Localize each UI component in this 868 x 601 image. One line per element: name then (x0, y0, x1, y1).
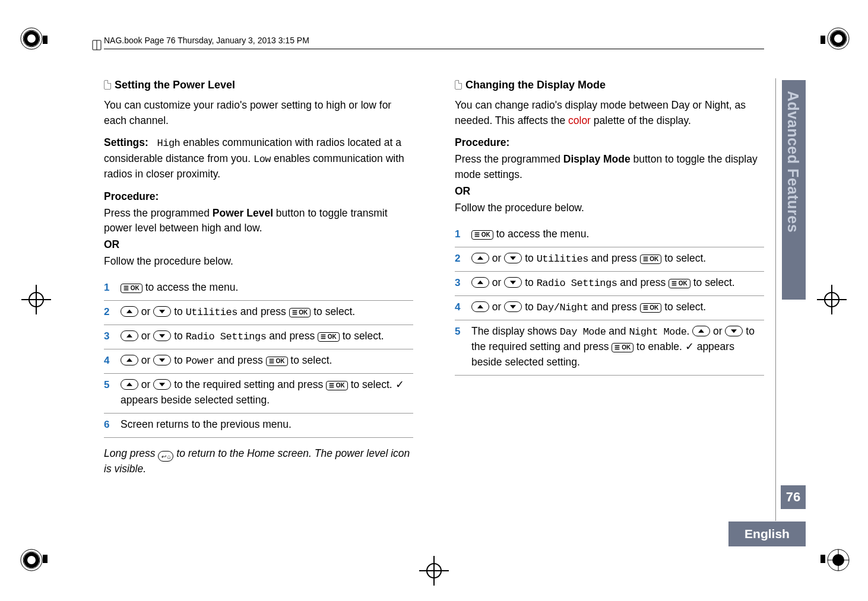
step-body: ☰ OK to access the menu. (471, 227, 764, 242)
page-number: 76 (781, 485, 806, 509)
right-step-5: 5 The display shows Day Mode and Night M… (455, 320, 764, 376)
menu-ok-key-icon: ☰ OK (318, 332, 340, 342)
t: to select. (311, 306, 355, 317)
down-arrow-key-icon (504, 301, 522, 312)
svg-rect-4 (821, 36, 825, 44)
step-body: The display shows Day Mode and Night Mod… (471, 324, 764, 370)
t: and (606, 325, 629, 337)
registration-mark-top-right (816, 24, 851, 56)
back-home-key-icon: ↩ ⌂ (158, 451, 173, 462)
step-body: or to Radio Settings and press ☰ OK to s… (471, 275, 764, 291)
right-title-row: Changing the Display Mode (455, 77, 764, 93)
t: to the required setting and press (171, 379, 326, 390)
down-arrow-key-icon (504, 277, 522, 288)
step-num: 1 (455, 227, 463, 241)
page: NAG.book Page 76 Thursday, January 3, 20… (0, 0, 868, 601)
note-pre: Long press (104, 447, 158, 459)
page-icon (455, 80, 462, 90)
t: appears beside selected setting. (121, 394, 270, 406)
settings-label: Settings: (104, 136, 148, 148)
step-body: or to Utilities and press ☰ OK to select… (121, 304, 413, 320)
mono: Power (186, 355, 215, 367)
left-settings-line: Settings: High enables communication wit… (104, 135, 413, 182)
left-step-3: 3 or to Radio Settings and press ☰ OK to… (104, 325, 413, 349)
check-icon: ✓ (685, 341, 694, 352)
menu-ok-key-icon: ☰ OK (612, 343, 633, 352)
t: to select. (288, 354, 332, 366)
check-icon: ✓ (395, 379, 404, 390)
right-intro: You can change radio's display mode betw… (455, 98, 764, 129)
left-proc-text1: Press the programmed (104, 207, 213, 219)
left-note: Long press ↩ ⌂ to return to the Home scr… (104, 446, 413, 477)
up-arrow-key-icon (471, 277, 489, 288)
right-step-2: 2 or to Utilities and press ☰ OK to sele… (455, 247, 764, 272)
left-proc-bold: Power Level (213, 207, 273, 219)
svg-rect-12 (821, 555, 825, 563)
t: and press (237, 306, 289, 317)
t: to select. (690, 276, 735, 288)
right-step-3: 3 or to Radio Settings and press ☰ OK to… (455, 272, 764, 296)
mono: Radio Settings (537, 278, 617, 289)
t: to (171, 354, 185, 366)
menu-ok-key-icon: ☰ OK (640, 303, 662, 313)
left-step-2: 2 or to Utilities and press ☰ OK to sele… (104, 301, 413, 325)
svg-point-2 (26, 33, 37, 44)
left-step-5: 5 or to the required setting and press ☰… (104, 374, 413, 414)
left-step-1: 1 ☰ OK to access the menu. (104, 276, 413, 301)
up-arrow-key-icon (121, 379, 138, 390)
right-or: OR (455, 185, 470, 197)
step-num: 6 (104, 417, 112, 432)
registration-cross-bottom (419, 556, 449, 588)
step-num: 2 (455, 251, 463, 266)
svg-rect-11 (43, 555, 47, 563)
right-procedure-label: Procedure: (455, 136, 509, 148)
up-arrow-key-icon (121, 306, 138, 317)
t: to select. (340, 330, 384, 342)
right-step-4: 4 or to Day/Night and press ☰ OK to sele… (455, 296, 764, 320)
down-arrow-key-icon (153, 379, 171, 390)
t: to (171, 330, 185, 342)
down-arrow-key-icon (725, 326, 743, 336)
t: to (171, 306, 185, 317)
registration-mark-top-left (17, 24, 52, 56)
step-body: or to Utilities and press ☰ OK to select… (471, 251, 764, 266)
t: to select. (661, 252, 706, 264)
right-column: Changing the Display Mode You can change… (455, 77, 764, 530)
settings-low: Low (254, 154, 271, 165)
left-title-row: Setting the Power Level (104, 77, 413, 93)
step-num: 2 (104, 304, 112, 319)
step-body: Screen returns to the previous menu. (121, 417, 413, 433)
up-arrow-key-icon (121, 355, 138, 365)
svg-point-7 (832, 33, 844, 44)
mono: Day Mode (560, 326, 606, 338)
margin-rule-right (775, 78, 776, 521)
down-arrow-key-icon (153, 330, 171, 341)
menu-ok-key-icon: ☰ OK (640, 255, 662, 264)
mono: Utilities (186, 307, 237, 318)
menu-ok-key-icon: ☰ OK (471, 230, 493, 240)
registration-mark-bottom-right (816, 545, 851, 577)
t: and press (214, 354, 266, 366)
book-icon (91, 39, 104, 54)
menu-ok-key-icon: ☰ OK (266, 357, 288, 366)
step-body: or to Day/Night and press ☰ OK to select… (471, 300, 764, 315)
down-arrow-key-icon (153, 306, 171, 317)
up-arrow-key-icon (692, 326, 710, 336)
t: . (686, 325, 692, 337)
step-body: or to Power and press ☰ OK to select. (121, 353, 413, 368)
right-proc-bold: Display Mode (563, 153, 631, 165)
svg-rect-3 (43, 36, 47, 44)
up-arrow-key-icon (121, 330, 138, 341)
mono: Night Mode (629, 326, 686, 338)
step-num: 3 (455, 275, 463, 290)
left-title: Setting the Power Level (115, 79, 235, 91)
t: palette of the display. (591, 115, 691, 126)
registration-mark-bottom-left (17, 545, 52, 577)
t: to select. (348, 379, 395, 390)
step-num: 4 (104, 353, 112, 368)
header-rule (104, 49, 764, 49)
right-procedure-line: Press the programmed Display Mode button… (455, 152, 764, 183)
menu-ok-key-icon: ☰ OK (669, 279, 690, 288)
t: and press (617, 276, 669, 288)
t: The display shows (471, 325, 560, 337)
